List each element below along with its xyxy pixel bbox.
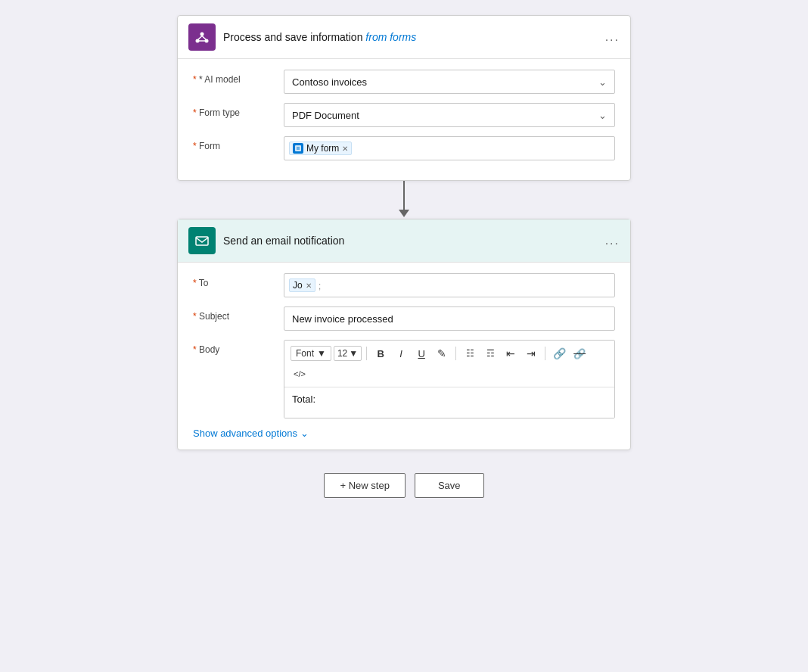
to-label: * To	[193, 273, 284, 288]
title-highlight: from forms	[365, 31, 416, 43]
svg-line-3	[198, 36, 202, 40]
to-row: * To Jo ✕ ;	[193, 273, 615, 297]
to-tag-close-icon[interactable]: ✕	[306, 282, 312, 290]
action-buttons: + New step Save	[324, 473, 483, 498]
subject-label: * Subject	[193, 306, 284, 322]
email-card-title: Send an email notification	[223, 235, 344, 247]
svg-point-0	[200, 33, 204, 36]
unordered-list-button[interactable]: ☷	[461, 344, 479, 362]
form-type-value: PDF Document	[292, 110, 359, 121]
body-row: * Body Font ▼ 12 ▼	[193, 340, 615, 418]
process-forms-more-options[interactable]: ...	[605, 30, 620, 44]
form-tag-icon	[293, 143, 303, 154]
body-content[interactable]: Total:	[284, 387, 614, 418]
unlink-button[interactable]: 🔗	[570, 344, 589, 362]
form-icon	[294, 145, 302, 152]
process-forms-icon-box	[188, 23, 216, 51]
toolbar-divider-1	[366, 347, 367, 360]
svg-rect-6	[295, 145, 301, 151]
body-toolbar: Font ▼ 12 ▼ B I	[284, 341, 614, 387]
ai-model-row: * * AI model Contoso invoices ⌄	[193, 70, 615, 94]
ai-model-value: Contoso invoices	[292, 76, 367, 88]
new-step-button[interactable]: + New step	[324, 473, 405, 498]
to-separator: ;	[319, 280, 322, 291]
ai-model-control: Contoso invoices ⌄	[284, 70, 615, 94]
email-more-options[interactable]: ...	[605, 234, 620, 247]
process-forms-header: Process and save information from forms …	[178, 16, 630, 59]
show-advanced-options[interactable]: Show advanced options ⌄	[193, 428, 615, 439]
ordered-list-button[interactable]: ☶	[481, 344, 499, 362]
mail-icon	[194, 232, 210, 249]
body-text: Total:	[292, 394, 315, 405]
underline-button[interactable]: U	[412, 344, 430, 362]
form-control: My form ✕	[284, 136, 615, 160]
body-label: * Body	[193, 340, 284, 355]
bold-button[interactable]: B	[371, 344, 390, 362]
toolbar-divider-3	[545, 347, 545, 360]
subject-row: * Subject	[193, 306, 615, 331]
form-tag: My form ✕	[289, 142, 352, 155]
form-type-control: PDF Document ⌄	[284, 103, 615, 127]
subject-control	[284, 306, 615, 331]
align-right-button[interactable]: ⇥	[522, 344, 540, 362]
form-type-select[interactable]: PDF Document ⌄	[284, 103, 615, 127]
form-row: * Form My form	[193, 136, 615, 160]
email-notification-header: Send an email notification ...	[178, 219, 630, 263]
to-tag: Jo ✕	[289, 278, 315, 292]
process-forms-header-left: Process and save information from forms	[188, 23, 416, 51]
font-size-chevron-icon: ▼	[349, 348, 358, 359]
form-tag-input[interactable]: My form ✕	[284, 136, 615, 160]
save-button[interactable]: Save	[415, 473, 484, 498]
ai-model-icon	[194, 29, 210, 45]
svg-rect-9	[196, 237, 208, 245]
font-size-value: 12	[337, 348, 347, 359]
process-forms-title: Process and save information from forms	[223, 31, 416, 43]
show-advanced-chevron-icon: ⌄	[300, 428, 309, 439]
connector-arrow	[403, 181, 405, 211]
form-tag-text: My form	[306, 143, 339, 154]
email-notification-card: Send an email notification ... * To Jo ✕…	[177, 219, 631, 450]
ai-model-chevron-icon: ⌄	[598, 76, 607, 88]
form-label: * Form	[193, 136, 284, 151]
to-tag-input[interactable]: Jo ✕ ;	[284, 273, 615, 297]
title-text: Process and save information	[223, 31, 365, 43]
form-tag-close-icon[interactable]: ✕	[342, 145, 348, 153]
to-control: Jo ✕ ;	[284, 273, 615, 297]
email-icon-box	[188, 227, 216, 254]
italic-button[interactable]: I	[392, 344, 410, 362]
ai-model-label: * * AI model	[193, 70, 284, 85]
ai-model-select[interactable]: Contoso invoices ⌄	[284, 70, 615, 94]
email-notification-header-left: Send an email notification	[188, 227, 344, 254]
to-tag-text: Jo	[293, 280, 303, 291]
process-forms-card: Process and save information from forms …	[177, 15, 631, 181]
show-advanced-label: Show advanced options	[193, 428, 297, 439]
color-button[interactable]: ✎	[433, 344, 451, 362]
font-label: Font	[296, 348, 314, 359]
svg-line-4	[202, 36, 206, 40]
code-button[interactable]: </>	[291, 365, 309, 383]
link-button[interactable]: 🔗	[550, 344, 568, 362]
form-type-label: * Form type	[193, 103, 284, 118]
font-chevron-icon: ▼	[317, 348, 326, 359]
form-type-row: * Form type PDF Document ⌄	[193, 103, 615, 127]
font-size-dropdown[interactable]: 12 ▼	[334, 346, 362, 361]
body-editor: Font ▼ 12 ▼ B I	[284, 340, 615, 418]
subject-input[interactable]	[284, 306, 615, 331]
font-dropdown[interactable]: Font ▼	[291, 346, 331, 361]
toolbar-divider-2	[455, 347, 456, 360]
process-forms-body: * * AI model Contoso invoices ⌄ * Form t…	[178, 59, 630, 180]
align-left-button[interactable]: ⇤	[502, 344, 520, 362]
body-control: Font ▼ 12 ▼ B I	[284, 340, 615, 418]
form-type-chevron-icon: ⌄	[598, 110, 607, 121]
ai-model-label-text: * AI model	[199, 74, 241, 85]
email-card-body: * To Jo ✕ ; * Subject	[178, 263, 630, 450]
